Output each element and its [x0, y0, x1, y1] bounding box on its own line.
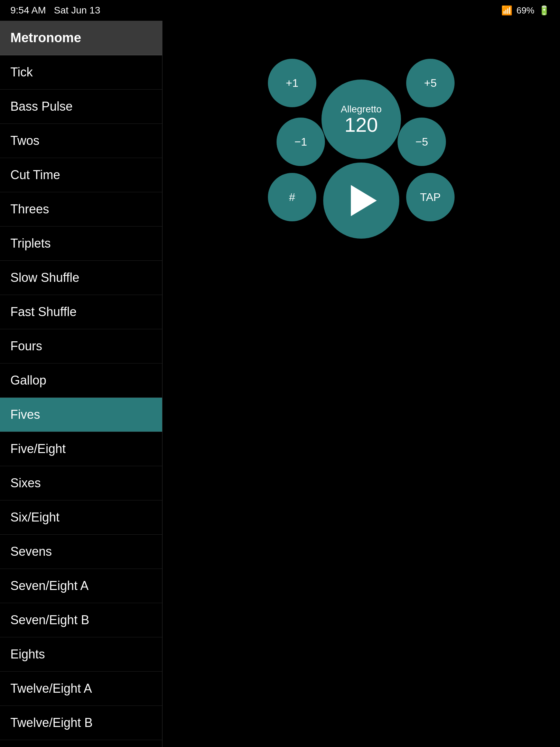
tap-button[interactable]: TAP [406, 173, 455, 221]
status-right: 📶 69% 🔋 [501, 5, 550, 16]
play-icon [351, 185, 377, 216]
sidebar-item-seven-eight-b[interactable]: Seven/Eight B [0, 603, 162, 637]
sidebar-item-twelve-eight-b[interactable]: Twelve/Eight B [0, 706, 162, 740]
sidebar-item-twelve-eight-a[interactable]: Twelve/Eight A [0, 672, 162, 706]
sidebar-item-threes[interactable]: Threes [0, 192, 162, 227]
sidebar-title: Metronome [10, 30, 81, 45]
plus-five-button[interactable]: +5 [406, 59, 455, 107]
hash-button[interactable]: # [268, 173, 316, 221]
battery-icon: 🔋 [539, 5, 550, 16]
sidebar-item-sevens[interactable]: Sevens [0, 535, 162, 569]
sidebar-item-gallop[interactable]: Gallop [0, 363, 162, 398]
tempo-display: Allegretto 120 [321, 80, 401, 159]
main-layout: Metronome TickBass PulseTwosCut TimeThre… [0, 21, 560, 747]
sidebar-item-five-eight[interactable]: Five/Eight [0, 432, 162, 466]
sidebar: Metronome TickBass PulseTwosCut TimeThre… [0, 21, 162, 747]
sidebar-item-seven-eight-a[interactable]: Seven/Eight A [0, 569, 162, 603]
sidebar-item-tick[interactable]: Tick [0, 55, 162, 90]
sidebar-item-eights[interactable]: Eights [0, 637, 162, 672]
plus-one-button[interactable]: +1 [268, 59, 316, 107]
tempo-value: 120 [345, 115, 378, 135]
sidebar-item-sixes[interactable]: Sixes [0, 466, 162, 500]
minus-one-button[interactable]: −1 [277, 118, 325, 166]
sidebar-item-cut-time[interactable]: Cut Time [0, 158, 162, 192]
play-button[interactable] [323, 163, 399, 239]
status-bar: 9:54 AM Sat Jun 13 📶 69% 🔋 [0, 0, 560, 21]
sidebar-item-fast-shuffle[interactable]: Fast Shuffle [0, 295, 162, 329]
sidebar-item-twelve-eight-c[interactable]: Twelve/Eight C [0, 740, 162, 747]
sidebar-item-fours[interactable]: Fours [0, 329, 162, 363]
sidebar-item-slow-shuffle[interactable]: Slow Shuffle [0, 261, 162, 295]
sidebar-header: Metronome [0, 21, 162, 55]
sidebar-item-triplets[interactable]: Triplets [0, 227, 162, 261]
sidebar-item-twos[interactable]: Twos [0, 124, 162, 158]
status-time-date: 9:54 AM Sat Jun 13 [10, 5, 100, 16]
main-content: +1 Allegretto 120 +5 −1 −5 # [162, 21, 560, 747]
battery-level: 69% [516, 5, 534, 16]
controls-container: +1 Allegretto 120 +5 −1 −5 # [258, 48, 465, 242]
sidebar-items-list: TickBass PulseTwosCut TimeThreesTriplets… [0, 55, 162, 747]
sidebar-item-fives[interactable]: Fives [0, 398, 162, 432]
sidebar-item-six-eight[interactable]: Six/Eight [0, 500, 162, 535]
sidebar-item-bass-pulse[interactable]: Bass Pulse [0, 90, 162, 124]
minus-five-button[interactable]: −5 [398, 118, 446, 166]
wifi-icon: 📶 [501, 5, 512, 16]
